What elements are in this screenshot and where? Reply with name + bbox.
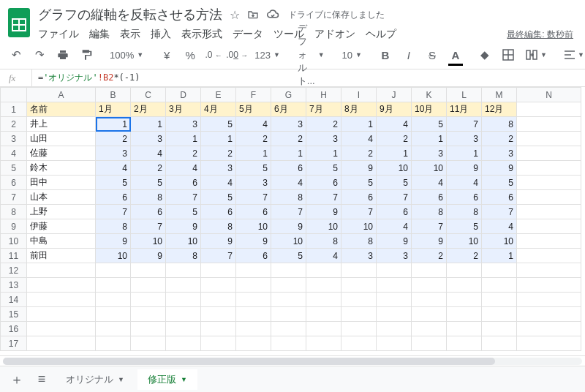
cell[interactable]: 1: [447, 146, 482, 161]
cell[interactable]: [201, 293, 236, 307]
cell[interactable]: [96, 307, 131, 322]
cell[interactable]: 7: [447, 117, 482, 132]
row-header[interactable]: 10: [1, 234, 27, 249]
cell[interactable]: [412, 293, 447, 307]
cell[interactable]: [341, 278, 377, 293]
cell[interactable]: 8: [412, 205, 447, 219]
cell[interactable]: 7: [412, 219, 447, 234]
cell[interactable]: 9: [341, 161, 377, 176]
cell[interactable]: 3: [271, 117, 306, 132]
cell[interactable]: [341, 263, 377, 278]
cell[interactable]: [517, 263, 581, 278]
cell[interactable]: 6: [341, 190, 377, 205]
cell[interactable]: 9: [377, 234, 412, 249]
cell[interactable]: [482, 293, 517, 307]
cell[interactable]: [377, 307, 412, 322]
cell[interactable]: 4: [131, 146, 166, 161]
cell[interactable]: [377, 322, 412, 336]
cell[interactable]: 5: [341, 176, 377, 190]
cell[interactable]: 4: [166, 161, 201, 176]
cell[interactable]: 5: [447, 219, 482, 234]
cell[interactable]: 3: [166, 117, 201, 132]
number-format-dropdown[interactable]: 123▼: [252, 45, 283, 64]
cell[interactable]: 10: [341, 219, 377, 234]
cell[interactable]: [131, 322, 166, 336]
cell[interactable]: 3: [341, 249, 377, 263]
bold-button[interactable]: B: [377, 45, 394, 64]
cell[interactable]: 4: [377, 219, 412, 234]
cell[interactable]: 1月: [96, 102, 131, 117]
cell[interactable]: 3: [131, 132, 166, 146]
sheet-tab-original[interactable]: オリジナル▼: [56, 369, 135, 390]
increase-decimal-button[interactable]: .00 →: [228, 45, 246, 64]
cell[interactable]: [306, 307, 341, 322]
cell[interactable]: 7: [96, 205, 131, 219]
column-header[interactable]: K: [412, 88, 447, 102]
cell[interactable]: 5: [96, 176, 131, 190]
cell[interactable]: 伊藤: [27, 219, 96, 234]
menu-help[interactable]: ヘルプ: [366, 28, 396, 41]
row-header[interactable]: 16: [1, 322, 27, 336]
column-header[interactable]: B: [96, 88, 131, 102]
cell[interactable]: [377, 278, 412, 293]
cell[interactable]: 4: [96, 161, 131, 176]
cell[interactable]: 9: [447, 161, 482, 176]
column-header[interactable]: G: [271, 88, 306, 102]
cell[interactable]: [517, 205, 581, 219]
cell[interactable]: 10: [482, 234, 517, 249]
row-header[interactable]: 12: [1, 263, 27, 278]
cell[interactable]: [341, 322, 377, 336]
cell[interactable]: 10: [271, 234, 306, 249]
cell[interactable]: 5: [377, 176, 412, 190]
cell[interactable]: [412, 307, 447, 322]
cell[interactable]: 4: [377, 117, 412, 132]
cell[interactable]: [166, 263, 201, 278]
cell[interactable]: 9: [166, 219, 201, 234]
redo-icon[interactable]: ↷: [31, 45, 48, 64]
cell[interactable]: [236, 263, 271, 278]
cell[interactable]: 8: [341, 234, 377, 249]
cell[interactable]: [447, 336, 482, 351]
cell[interactable]: 9: [482, 161, 517, 176]
cell[interactable]: [482, 307, 517, 322]
cell[interactable]: 井上: [27, 117, 96, 132]
fill-color-icon[interactable]: ◆: [476, 45, 494, 64]
cell[interactable]: 4: [236, 117, 271, 132]
cell[interactable]: 6: [306, 176, 341, 190]
cell[interactable]: [166, 336, 201, 351]
cell[interactable]: [341, 336, 377, 351]
cell[interactable]: 1: [377, 146, 412, 161]
cell[interactable]: [306, 336, 341, 351]
cell[interactable]: 9: [96, 234, 131, 249]
cell[interactable]: 12月: [482, 102, 517, 117]
font-family-dropdown[interactable]: デフォルト...▼: [295, 45, 328, 64]
italic-button[interactable]: I: [400, 45, 418, 64]
cell[interactable]: 4: [271, 176, 306, 190]
cell[interactable]: 2: [341, 146, 377, 161]
cell[interactable]: [517, 161, 581, 176]
cell[interactable]: 9: [271, 219, 306, 234]
borders-icon[interactable]: [499, 45, 517, 64]
cell[interactable]: 5: [271, 249, 306, 263]
cell[interactable]: [447, 293, 482, 307]
cell[interactable]: 10: [166, 234, 201, 249]
cell[interactable]: 10: [236, 219, 271, 234]
cell[interactable]: 8: [131, 190, 166, 205]
cell[interactable]: [166, 307, 201, 322]
cell[interactable]: 4: [482, 219, 517, 234]
column-header[interactable]: D: [166, 88, 201, 102]
cell[interactable]: 5月: [236, 102, 271, 117]
cell[interactable]: [517, 102, 581, 117]
cell[interactable]: 4: [341, 132, 377, 146]
cell[interactable]: 2: [96, 132, 131, 146]
cloud-saved-icon[interactable]: [266, 10, 279, 20]
cell[interactable]: [482, 336, 517, 351]
cell[interactable]: 1: [271, 146, 306, 161]
cell[interactable]: 田中: [27, 176, 96, 190]
cell[interactable]: 7: [377, 190, 412, 205]
menu-file[interactable]: ファイル: [38, 28, 79, 41]
cell[interactable]: [517, 278, 581, 293]
cell[interactable]: [96, 336, 131, 351]
cell[interactable]: [271, 322, 306, 336]
cell[interactable]: [517, 293, 581, 307]
